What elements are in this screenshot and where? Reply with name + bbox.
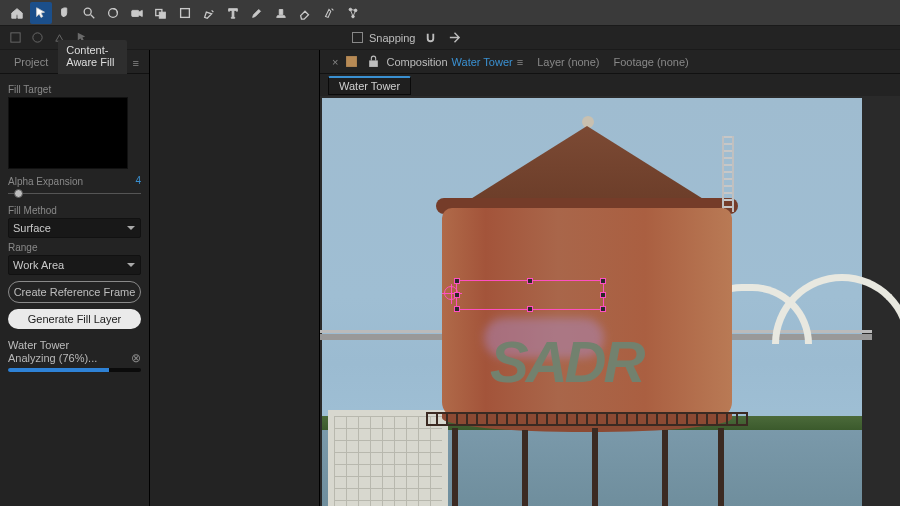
composition-tab-name[interactable]: Water Tower <box>452 56 513 68</box>
svg-rect-9 <box>10 33 19 42</box>
generate-fill-layer-button[interactable]: Generate Fill Layer <box>8 309 141 329</box>
handle-tl[interactable] <box>454 278 460 284</box>
fill-target-preview <box>8 97 128 169</box>
snap-magnet-icon[interactable] <box>422 29 440 47</box>
options-bar: Snapping <box>0 26 900 50</box>
puppet-tool-icon[interactable] <box>342 2 364 24</box>
range-label: Range <box>8 242 141 253</box>
tab-project[interactable]: Project <box>6 52 56 73</box>
hand-tool-icon[interactable] <box>54 2 76 24</box>
progress-bar <box>8 368 141 372</box>
home-icon[interactable] <box>6 2 28 24</box>
handle-ml[interactable] <box>454 292 460 298</box>
snapping-checkbox[interactable] <box>352 32 363 43</box>
status-comp-name: Water Tower <box>8 339 141 351</box>
layer-marker-icon <box>6 29 24 47</box>
eraser-tool-icon[interactable] <box>294 2 316 24</box>
svg-rect-4 <box>159 12 165 18</box>
composition-tab[interactable]: × Composition Water Tower ≡ <box>326 50 529 74</box>
create-reference-frame-button[interactable]: Create Reference Frame <box>8 281 141 303</box>
handle-bm[interactable] <box>527 306 533 312</box>
camera-tool-icon[interactable] <box>126 2 148 24</box>
fill-method-select[interactable]: Surface <box>8 218 141 238</box>
svg-rect-2 <box>132 10 139 16</box>
water-tower: SADR <box>422 138 752 498</box>
clone-stamp-tool-icon[interactable] <box>270 2 292 24</box>
type-tool-icon[interactable] <box>222 2 244 24</box>
svg-point-10 <box>32 33 41 42</box>
composition-area: × Composition Water Tower ≡ Layer (none)… <box>320 50 900 506</box>
tool-row <box>0 0 900 26</box>
analysis-status: Water Tower Analyzing (76%)... ⊗ <box>8 339 141 372</box>
viewer[interactable]: SADR <box>320 96 900 506</box>
cancel-analysis-button[interactable]: ⊗ <box>131 351 141 365</box>
pan-behind-tool-icon[interactable] <box>150 2 172 24</box>
roto-brush-tool-icon[interactable] <box>318 2 340 24</box>
mask-selection-box[interactable] <box>456 280 604 310</box>
alpha-expansion-slider[interactable] <box>8 187 141 201</box>
range-select[interactable]: Work Area <box>8 255 141 275</box>
brush-tool-icon[interactable] <box>246 2 268 24</box>
middle-column <box>150 50 320 506</box>
svg-point-0 <box>84 8 91 15</box>
snap-options-icon[interactable] <box>446 29 464 47</box>
handle-bl[interactable] <box>454 306 460 312</box>
handle-tm[interactable] <box>527 278 533 284</box>
handle-br[interactable] <box>600 306 606 312</box>
alpha-expansion-label: Alpha Expansion <box>8 176 83 187</box>
svg-rect-11 <box>346 56 357 67</box>
close-tab-icon[interactable]: × <box>332 56 338 68</box>
zoom-tool-icon[interactable] <box>78 2 100 24</box>
handle-tr[interactable] <box>600 278 606 284</box>
footage-tab[interactable]: Footage (none) <box>608 53 695 71</box>
canvas[interactable]: SADR <box>322 98 862 506</box>
progress-fill <box>8 368 109 372</box>
tab-menu-icon[interactable]: ≡ <box>517 56 523 68</box>
fill-method-label: Fill Method <box>8 205 141 216</box>
shape-tool-icon[interactable] <box>174 2 196 24</box>
handle-mr[interactable] <box>600 292 606 298</box>
pen-tool-icon[interactable] <box>198 2 220 24</box>
selection-tool-icon[interactable] <box>30 2 52 24</box>
snapping-label: Snapping <box>369 32 416 44</box>
lock-icon[interactable] <box>364 53 382 71</box>
mask-icon <box>28 29 46 47</box>
composition-tab-prefix: Composition <box>386 56 447 68</box>
viewer-tabstrip: × Composition Water Tower ≡ Layer (none)… <box>320 50 900 74</box>
svg-rect-12 <box>369 60 378 66</box>
comp-icon <box>342 53 360 71</box>
graffiti-text: SADR <box>490 328 642 395</box>
panel-menu-icon[interactable]: ≡ <box>129 53 143 73</box>
comp-subtab[interactable]: Water Tower <box>328 76 411 95</box>
svg-rect-5 <box>181 8 190 17</box>
fill-target-label: Fill Target <box>8 84 141 95</box>
layer-tab[interactable]: Layer (none) <box>531 53 605 71</box>
status-text: Analyzing (76%)... <box>8 352 97 364</box>
snapping-toggle[interactable]: Snapping <box>352 32 416 44</box>
orbit-tool-icon[interactable] <box>102 2 124 24</box>
alpha-expansion-value[interactable]: 4 <box>135 175 141 186</box>
tab-content-aware-fill[interactable]: Content-Aware Fill <box>58 40 126 74</box>
content-aware-fill-panel: Project Content-Aware Fill ≡ Fill Target… <box>0 50 150 506</box>
